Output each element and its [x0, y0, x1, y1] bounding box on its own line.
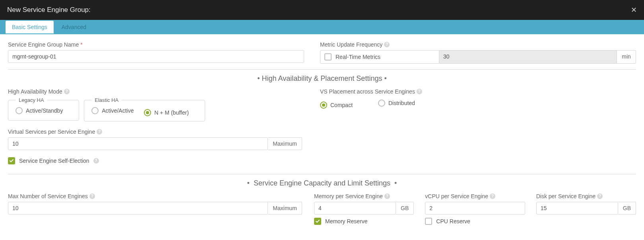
self-election-checkbox[interactable]: Service Engine Self-Election ? [8, 157, 304, 164]
memory-reserve-label: Memory Reserve [325, 218, 368, 224]
vcpu-label: vCPU per Service Engine ? [425, 193, 525, 199]
radio-off-icon [91, 107, 99, 114]
radio-off-icon [16, 107, 23, 114]
radio-distributed[interactable]: Distributed [378, 100, 415, 107]
elastic-ha-group: Elastic HA Active/Active N + M (buffer) [84, 97, 205, 121]
checkbox-unchecked-icon [324, 53, 332, 60]
cpu-reserve-checkbox[interactable]: CPU Reserve [425, 218, 525, 225]
help-icon[interactable]: ? [384, 42, 390, 47]
maxse-input[interactable] [8, 202, 268, 215]
muf-label: Metric Update Frequency ? [320, 41, 636, 48]
window-title: New Service Engine Group: [7, 6, 91, 14]
vspse-label: Virtual Services per Service Engine ? [8, 129, 304, 135]
disk-label: Disk per Service Engine ? [536, 193, 636, 199]
ham-label: High Availability Mode ? [8, 88, 304, 95]
radio-off-icon [378, 100, 385, 107]
elastic-ha-legend: Elastic HA [91, 97, 122, 103]
disk-unit: GB [618, 202, 636, 215]
vcpu-input[interactable] [425, 202, 525, 215]
vspse-input[interactable] [8, 137, 268, 150]
help-icon[interactable]: ? [64, 89, 70, 94]
radio-compact[interactable]: Compact [320, 101, 353, 109]
maxse-addon: Maximum [268, 202, 302, 215]
segn-label: Service Engine Group Name* [8, 41, 304, 48]
help-icon[interactable]: ? [417, 89, 422, 94]
mem-unit: GB [396, 202, 414, 215]
help-icon[interactable]: ? [93, 158, 99, 164]
cpu-reserve-label: CPU Reserve [436, 218, 470, 224]
checkbox-checked-icon [8, 157, 15, 164]
segn-input[interactable] [8, 50, 304, 63]
vspse-addon: Maximum [268, 137, 302, 150]
muf-unit: min [617, 50, 636, 64]
self-election-label: Service Engine Self-Election [19, 158, 89, 164]
radio-active-standby[interactable]: Active/Standby [16, 107, 63, 114]
checkbox-unchecked-icon [425, 218, 432, 225]
help-icon[interactable]: ? [490, 193, 495, 199]
tab-bar: Basic Settings Advanced [0, 20, 644, 34]
legacy-ha-legend: Legacy HA [16, 97, 47, 103]
title-bar: New Service Engine Group: ✕ [0, 0, 644, 20]
help-icon[interactable]: ? [597, 193, 603, 199]
maxse-label: Max Number of Service Engines ? [8, 193, 302, 199]
memory-reserve-checkbox[interactable]: Memory Reserve [314, 218, 414, 225]
required-star-icon: * [80, 41, 82, 48]
mem-input[interactable] [314, 202, 396, 215]
radio-active-active[interactable]: Active/Active [91, 107, 134, 114]
muf-value: 30 [439, 50, 617, 64]
radio-on-icon [144, 109, 151, 116]
real-time-metrics-checkbox[interactable]: Real-Time Metrics [320, 50, 439, 64]
radio-on-icon [320, 101, 327, 109]
rtm-label: Real-Time Metrics [336, 54, 380, 60]
disk-input[interactable] [536, 202, 618, 215]
section-cap-title: • Service Engine Capacity and Limit Sett… [8, 179, 636, 187]
radio-n-m-buffer[interactable]: N + M (buffer) [144, 109, 189, 116]
help-icon[interactable]: ? [384, 193, 390, 199]
help-icon[interactable]: ? [89, 193, 95, 199]
checkbox-checked-icon [314, 218, 321, 225]
tab-basic-settings[interactable]: Basic Settings [6, 21, 54, 33]
tab-advanced[interactable]: Advanced [55, 21, 93, 33]
vsp-label: VS Placement across Service Engines ? [320, 88, 636, 95]
help-icon[interactable]: ? [97, 129, 102, 135]
legacy-ha-group: Legacy HA Active/Standby [8, 97, 79, 121]
mem-label: Memory per Service Engine ? [314, 193, 414, 199]
close-icon[interactable]: ✕ [631, 6, 637, 14]
section-ha-title: • High Availability & Placement Settings… [8, 74, 636, 83]
